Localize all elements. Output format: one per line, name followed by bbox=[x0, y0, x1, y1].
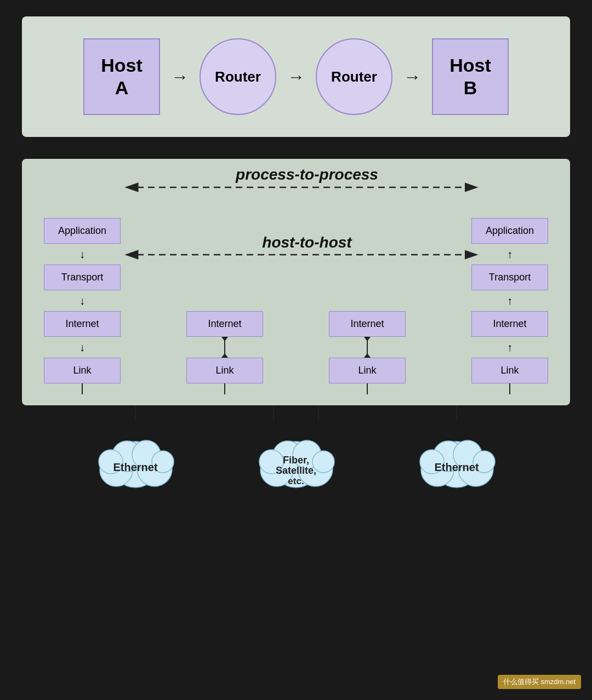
application-box-a: Application bbox=[44, 218, 121, 244]
cloud-3-svg: Ethernet bbox=[410, 426, 503, 492]
cloud-ethernet-2: Ethernet bbox=[410, 405, 503, 492]
svg-text:Ethernet: Ethernet bbox=[113, 461, 157, 473]
router-1-circle: Router bbox=[200, 38, 276, 115]
svg-text:etc.: etc. bbox=[288, 476, 304, 486]
watermark: 什么值得买 smzdm.net bbox=[498, 675, 581, 689]
link-box-a: Link bbox=[44, 358, 121, 383]
router-2-circle: Router bbox=[316, 38, 392, 115]
svg-text:Fiber,: Fiber, bbox=[283, 455, 309, 466]
cloud-fiber: Fiber, Satellite, etc. bbox=[249, 405, 343, 492]
arrow-internet-link-a: ↓ bbox=[79, 337, 85, 358]
internet-box-r2: Internet bbox=[329, 311, 406, 337]
host-b-col: Application ↑ Transport ↑ Internet ↑ Lin… bbox=[471, 218, 548, 394]
application-box-b: Application bbox=[471, 218, 548, 244]
svg-marker-10 bbox=[364, 337, 371, 341]
arrow-app-transport-a: ↓ bbox=[79, 244, 85, 265]
svg-marker-7 bbox=[221, 337, 228, 341]
svg-text:Ethernet: Ethernet bbox=[435, 461, 479, 473]
internet-box-a: Internet bbox=[44, 311, 121, 337]
bottom-section: process-to-process host-to-host Applicat… bbox=[22, 159, 570, 492]
arrow-link-internet-b: ↑ bbox=[507, 337, 513, 358]
cloud-ethernet-1: Ethernet bbox=[89, 405, 182, 492]
arrow-3: → bbox=[403, 67, 421, 87]
arrow-internet-transport-b: ↑ bbox=[507, 290, 513, 311]
host-a-box: Host A bbox=[83, 38, 160, 115]
arrow-transport-app-b: ↑ bbox=[507, 244, 513, 265]
link-box-r2: Link bbox=[329, 358, 406, 383]
link-box-b: Link bbox=[471, 358, 548, 383]
internet-box-r1: Internet bbox=[186, 311, 263, 337]
cloud-1-svg: Ethernet bbox=[89, 426, 182, 492]
svg-marker-8 bbox=[221, 353, 228, 358]
top-diagram: Host A → Router → Router → Host B bbox=[22, 16, 570, 137]
host-a-col: Application ↓ Transport ↓ Internet ↓ Lin… bbox=[44, 218, 121, 394]
router-1-col: Internet Link bbox=[186, 175, 263, 394]
arrow-transport-internet-a: ↓ bbox=[79, 290, 85, 311]
arrow-1: → bbox=[171, 67, 189, 87]
clouds-row: Ethernet Fiber, Satellite, bbox=[22, 405, 570, 492]
transport-box-b: Transport bbox=[471, 265, 548, 290]
bottom-diagram: process-to-process host-to-host Applicat… bbox=[22, 159, 570, 405]
link-box-r1: Link bbox=[186, 358, 263, 383]
internet-box-b: Internet bbox=[471, 311, 548, 337]
router-2-col: Internet Link bbox=[329, 175, 406, 394]
host-b-box: Host B bbox=[432, 38, 509, 115]
arrow-2: → bbox=[287, 67, 305, 87]
svg-marker-11 bbox=[364, 353, 371, 358]
cloud-2-svg: Fiber, Satellite, etc. bbox=[249, 426, 343, 492]
svg-text:Satellite,: Satellite, bbox=[276, 465, 316, 476]
transport-box-a: Transport bbox=[44, 265, 121, 290]
